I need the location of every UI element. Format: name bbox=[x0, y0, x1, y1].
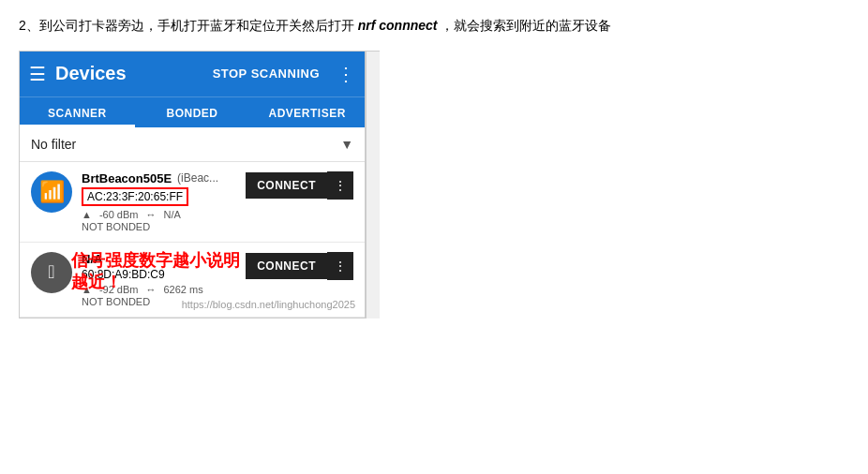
phone-container: ☰ Devices STOP SCANNING ⋮ SCANNER BONDED… bbox=[19, 51, 849, 318]
app-tabs: SCANNER BONDED ADVERTISER bbox=[20, 96, 365, 127]
bond-status-1: NOT BONDED bbox=[82, 221, 236, 232]
filter-label[interactable]: No filter bbox=[31, 137, 340, 152]
signal-value-2: -92 dBm bbox=[99, 284, 139, 295]
range-arrow-1: ↔ bbox=[145, 209, 156, 220]
device-name-1: BrtBeacon505E bbox=[82, 171, 172, 185]
tab-advertiser[interactable]: ADVERTISER bbox=[249, 97, 365, 127]
device-name-row-1: BrtBeacon505E (iBeac... bbox=[82, 171, 236, 185]
device-mac-1: AC:23:3F:20:65:FF bbox=[82, 185, 236, 206]
app-topbar: ☰ Devices STOP SCANNING ⋮ bbox=[20, 52, 365, 96]
instruction-highlight: nrf connnect bbox=[358, 18, 438, 33]
device-stats-2: ▲ -92 dBm ↔ 6262 ms bbox=[82, 284, 236, 295]
device-mac-2: 60:8D:A9:BD:C9 bbox=[82, 266, 236, 281]
connect-area-2: CONNECT ⋮ bbox=[246, 252, 353, 280]
watermark: https://blog.csdn.net/linghuchong2025 bbox=[182, 299, 355, 310]
tab-scanner[interactable]: SCANNER bbox=[20, 97, 135, 127]
connect-btn-row-1: CONNECT ⋮ bbox=[246, 171, 353, 200]
range-value-2: 6262 ms bbox=[163, 284, 202, 295]
device-list: 📶 BrtBeacon505E (iBeac... AC:23:3F:20:65… bbox=[20, 162, 365, 318]
stop-scan-button[interactable]: STOP SCANNING bbox=[213, 67, 320, 81]
phone-app: ☰ Devices STOP SCANNING ⋮ SCANNER BONDED… bbox=[19, 51, 366, 318]
device-stats-1: ▲ -60 dBm ↔ N/A bbox=[82, 209, 236, 220]
device-mac-text-1: AC:23:3F:20:65:FF bbox=[82, 187, 188, 206]
device-type-1: (iBeac... bbox=[177, 171, 218, 185]
instruction-text1: 2、到公司打卡器旁边，手机打开蓝牙和定位开关然后打开 bbox=[19, 18, 354, 33]
device-icon-bluetooth: 📶 bbox=[31, 171, 72, 213]
device-mac-text-2: 60:8D:A9:BD:C9 bbox=[82, 268, 165, 281]
device-more-button-2[interactable]: ⋮ bbox=[327, 252, 353, 280]
topbar-more-icon[interactable]: ⋮ bbox=[337, 63, 355, 85]
tab-bonded[interactable]: BONDED bbox=[135, 97, 250, 127]
apple-icon:  bbox=[48, 261, 54, 283]
signal-value-1: -60 dBm bbox=[99, 209, 139, 220]
range-arrow-2: ↔ bbox=[145, 284, 156, 295]
connect-button-1[interactable]: CONNECT bbox=[246, 172, 327, 199]
instruction-block: 2、到公司打卡器旁边，手机打开蓝牙和定位开关然后打开 nrf connnect … bbox=[19, 15, 849, 37]
device-more-button-1[interactable]: ⋮ bbox=[327, 171, 353, 200]
device-name-row-2: N/A bbox=[82, 252, 236, 266]
device-info-1: BrtBeacon505E (iBeac... AC:23:3F:20:65:F… bbox=[82, 171, 236, 232]
signal-icon-1: ▲ bbox=[82, 209, 92, 220]
menu-icon[interactable]: ☰ bbox=[29, 63, 46, 85]
signal-icon-2: ▲ bbox=[82, 284, 92, 295]
device-icon-apple:  bbox=[31, 252, 72, 293]
connect-btn-row-2: CONNECT ⋮ bbox=[246, 252, 353, 280]
connect-button-2[interactable]: CONNECT bbox=[246, 253, 327, 279]
filter-bar: No filter ▼ bbox=[20, 127, 365, 162]
device-name-2: N/A bbox=[82, 252, 102, 266]
app-title: Devices bbox=[55, 63, 203, 84]
instruction-text2: ，就会搜索到附近的蓝牙设备 bbox=[441, 18, 611, 33]
range-value-1: N/A bbox=[163, 209, 180, 220]
filter-dropdown-arrow: ▼ bbox=[340, 137, 353, 152]
connect-area-1: CONNECT ⋮ bbox=[246, 171, 353, 200]
device-item-1: 📶 BrtBeacon505E (iBeac... AC:23:3F:20:65… bbox=[20, 162, 365, 243]
bluetooth-icon: 📶 bbox=[39, 180, 65, 204]
partial-right-edge bbox=[366, 51, 380, 318]
